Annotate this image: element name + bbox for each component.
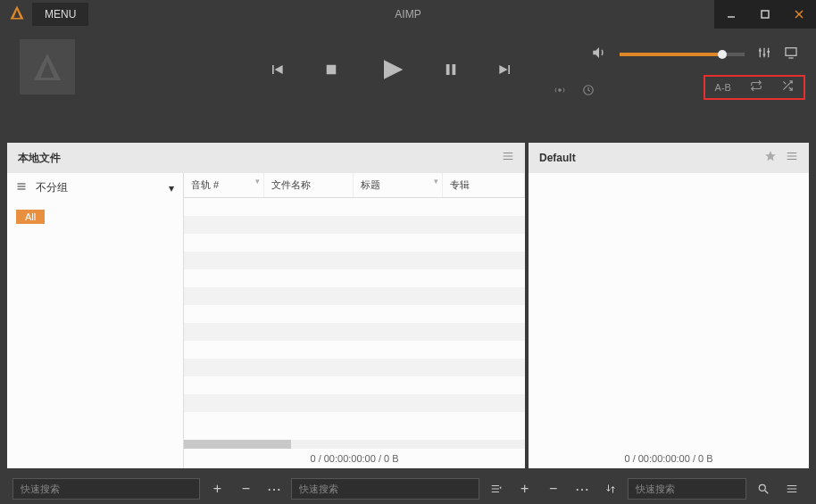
table-row <box>184 269 525 287</box>
menu-icon[interactable] <box>502 150 514 166</box>
col-title[interactable]: 标题▾ <box>354 173 443 197</box>
chevron-down-icon: ▾ <box>169 182 174 194</box>
maximize-button[interactable] <box>748 0 782 29</box>
next-button[interactable] <box>496 61 514 82</box>
add-button[interactable]: + <box>205 477 229 500</box>
pause-button[interactable] <box>443 62 459 81</box>
volume-slider[interactable] <box>620 53 745 56</box>
svg-rect-7 <box>759 50 762 52</box>
table-row <box>184 234 525 252</box>
previous-button[interactable] <box>268 61 286 82</box>
left-panel: 本地文件 不分组 ▾ All 音轨 #▾ 文件名称 标题▾ 专辑 <box>7 143 525 468</box>
all-filter-tag[interactable]: All <box>16 210 45 224</box>
radio-icon[interactable] <box>554 84 566 100</box>
search-icon[interactable] <box>752 477 775 500</box>
playlist-body[interactable] <box>529 173 809 449</box>
more-button-2[interactable]: ⋯ <box>570 477 594 500</box>
svg-point-14 <box>759 484 765 491</box>
right-search-input[interactable]: 快速搜索 <box>628 478 746 500</box>
transport-controls <box>268 55 514 87</box>
app-logo-icon <box>0 4 25 24</box>
app-title: AIMP <box>395 8 420 21</box>
left-status: 0 / 00:00:00:00 / 0 B <box>184 449 525 468</box>
table-row <box>184 305 525 323</box>
svg-rect-9 <box>767 51 770 53</box>
svg-point-12 <box>558 88 562 92</box>
horizontal-scrollbar[interactable] <box>184 440 525 449</box>
list-menu-icon[interactable] <box>485 477 508 500</box>
svg-rect-1 <box>762 11 769 18</box>
close-button[interactable] <box>782 0 816 29</box>
col-album[interactable]: 专辑 <box>443 173 525 197</box>
display-icon[interactable] <box>784 45 798 63</box>
track-grid: 音轨 #▾ 文件名称 标题▾ 专辑 <box>184 173 525 468</box>
table-row <box>184 394 525 412</box>
menu-button[interactable]: MENU <box>32 3 88 26</box>
svg-rect-5 <box>446 64 450 75</box>
menu-icon[interactable] <box>780 477 804 500</box>
left-search-input[interactable]: 快速搜索 <box>12 478 200 500</box>
remove-button-2[interactable]: − <box>542 477 565 500</box>
ab-repeat-button[interactable]: A-B <box>715 82 731 93</box>
player-area: A-B <box>0 29 816 127</box>
filter-icon: ▾ <box>434 177 438 186</box>
table-row <box>184 252 525 269</box>
shuffle-icon[interactable] <box>781 79 794 95</box>
star-icon[interactable] <box>764 150 777 166</box>
stop-button[interactable] <box>323 62 339 81</box>
menu-icon[interactable] <box>786 150 798 166</box>
left-panel-header: 本地文件 <box>7 143 525 173</box>
svg-rect-4 <box>327 65 337 75</box>
col-track[interactable]: 音轨 #▾ <box>184 173 264 197</box>
playback-mode-highlight: A-B <box>704 75 805 100</box>
grouping-selector[interactable]: 不分组 ▾ <box>7 173 183 202</box>
add-button-2[interactable]: + <box>513 477 537 500</box>
table-row <box>184 341 525 359</box>
filter-icon: ▾ <box>255 177 260 186</box>
remove-button[interactable]: − <box>234 477 257 500</box>
play-button[interactable] <box>377 55 405 87</box>
volume-area <box>591 45 798 64</box>
bottom-bar: 快速搜索 + − ⋯ 快速搜索 + − ⋯ 快速搜索 <box>7 474 809 504</box>
svg-rect-10 <box>786 48 796 56</box>
aimp-logo-icon <box>31 51 63 83</box>
svg-line-15 <box>765 491 769 494</box>
svg-rect-8 <box>763 54 766 55</box>
more-button[interactable]: ⋯ <box>262 477 286 500</box>
table-row <box>184 287 525 305</box>
grid-header: 音轨 #▾ 文件名称 标题▾ 专辑 <box>184 173 525 198</box>
table-row <box>184 412 525 430</box>
album-art <box>20 39 75 95</box>
equalizer-icon[interactable] <box>757 45 771 63</box>
table-row <box>184 359 525 376</box>
sort-icon[interactable] <box>599 477 622 500</box>
table-row <box>184 216 525 234</box>
table-row <box>184 198 525 216</box>
content-area: 本地文件 不分组 ▾ All 音轨 #▾ 文件名称 标题▾ 专辑 <box>7 143 809 468</box>
volume-icon[interactable] <box>591 45 607 64</box>
right-panel: Default 0 / 00:00:00:00 / 0 B <box>529 143 809 468</box>
grouping-label: 不分组 <box>36 180 68 195</box>
titlebar: MENU AIMP <box>0 0 816 29</box>
player-extra-left <box>554 84 595 100</box>
svg-rect-6 <box>453 64 456 75</box>
right-panel-title: Default <box>539 152 576 164</box>
hamburger-icon <box>16 181 27 194</box>
right-panel-header: Default <box>529 143 809 173</box>
left-sidebar: 不分组 ▾ All <box>7 173 184 468</box>
repeat-icon[interactable] <box>750 79 762 95</box>
clock-icon[interactable] <box>582 84 595 100</box>
right-status: 0 / 00:00:00:00 / 0 B <box>529 449 809 468</box>
table-row <box>184 323 525 341</box>
middle-search-input[interactable]: 快速搜索 <box>291 478 479 500</box>
table-row <box>184 376 525 394</box>
minimize-button[interactable] <box>714 0 748 29</box>
grid-body[interactable] <box>184 198 525 440</box>
window-controls <box>714 0 816 29</box>
col-filename[interactable]: 文件名称 <box>264 173 354 197</box>
left-panel-title: 本地文件 <box>18 151 61 166</box>
